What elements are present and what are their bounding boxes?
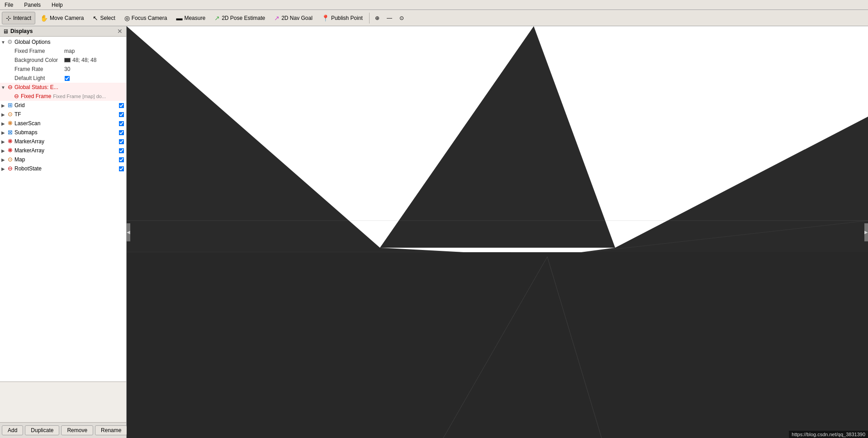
focus-camera-icon: ◎ xyxy=(124,14,130,22)
markerarray2-expand[interactable]: ▶ xyxy=(0,148,6,153)
svg-rect-7 xyxy=(127,252,868,438)
interact-label: Interact xyxy=(13,15,31,21)
tree-view: ▼ ⚙ Global Options Fixed Frame map Backg… xyxy=(0,37,126,381)
left-collapse-handle[interactable]: ◀ xyxy=(127,223,130,241)
grid-icon: ⊞ xyxy=(6,102,14,109)
fixed-frame-row[interactable]: Fixed Frame map xyxy=(0,47,126,56)
right-collapse-handle[interactable]: ▶ xyxy=(864,223,868,241)
submaps-label: Submaps xyxy=(14,129,38,136)
global-status-icon: ⊖ xyxy=(6,84,14,91)
move-camera-icon: ✋ xyxy=(40,14,48,22)
interact-button[interactable]: ⊹ Interact xyxy=(2,12,35,24)
tf-row[interactable]: ▶ ⊙ TF xyxy=(0,110,126,119)
markerarray1-icon: ❋ xyxy=(6,138,14,145)
measure-label: Measure xyxy=(184,15,205,21)
remove-button[interactable]: Remove xyxy=(61,425,93,435)
markerarray1-label: MarkerArray xyxy=(14,138,44,145)
frame-rate-row[interactable]: Frame Rate 30 xyxy=(0,65,126,74)
extra-btn-2[interactable]: — xyxy=(384,12,395,24)
global-status-label: Global Status: E... xyxy=(14,84,58,90)
tf-checkbox[interactable] xyxy=(119,112,124,117)
background-color-row[interactable]: Background Color 48; 48; 48 xyxy=(0,56,126,65)
markerarray1-checkbox[interactable] xyxy=(119,139,124,144)
map-label: Map xyxy=(14,156,25,163)
laserscan-expand[interactable]: ▶ xyxy=(0,121,6,126)
laserscan-icon: ❋ xyxy=(6,120,14,127)
map-expand[interactable]: ▶ xyxy=(0,157,6,162)
rename-button[interactable]: Rename xyxy=(95,425,127,435)
map-checkbox[interactable] xyxy=(119,157,124,162)
select-button[interactable]: ↖ Select xyxy=(89,12,119,24)
nav-goal-button[interactable]: ↗ 2D Nav Goal xyxy=(270,12,317,24)
laserscan-label: LaserScan xyxy=(14,120,40,127)
measure-icon: ▬ xyxy=(176,14,182,22)
markerarray2-row[interactable]: ▶ ❋ MarkerArray xyxy=(0,146,126,155)
global-options-icon: ⚙ xyxy=(6,38,14,46)
extra-btn-3[interactable]: ⊙ xyxy=(396,12,407,24)
robotstate-checkbox[interactable] xyxy=(119,166,124,171)
viewport-svg xyxy=(127,26,868,438)
submaps-icon: ⊠ xyxy=(6,129,14,136)
publish-point-label: Publish Point xyxy=(331,15,363,21)
markerarray2-label: MarkerArray xyxy=(14,147,44,154)
extra-btn-1[interactable]: ⊕ xyxy=(372,12,383,24)
pose-estimate-label: 2D Pose Estimate xyxy=(222,15,265,21)
pose-estimate-button[interactable]: ↗ 2D Pose Estimate xyxy=(210,12,269,24)
pose-estimate-icon: ↗ xyxy=(214,14,220,22)
select-icon: ↖ xyxy=(93,14,98,22)
select-label: Select xyxy=(100,15,115,21)
global-options-expand[interactable]: ▼ xyxy=(0,40,6,45)
left-panel-bottom xyxy=(0,381,126,422)
main-layout: 🖥 Displays ✕ ▼ ⚙ Global Options Fixed Fr… xyxy=(0,26,868,438)
displays-header: 🖥 Displays ✕ xyxy=(0,26,126,37)
frame-rate-value: 30 xyxy=(64,66,70,72)
move-camera-button[interactable]: ✋ Move Camera xyxy=(36,12,88,24)
markerarray2-checkbox[interactable] xyxy=(119,148,124,153)
robotstate-expand[interactable]: ▶ xyxy=(0,166,6,171)
grid-row[interactable]: ▶ ⊞ Grid xyxy=(0,101,126,110)
duplicate-button[interactable]: Duplicate xyxy=(25,425,59,435)
default-light-checkbox[interactable] xyxy=(65,75,70,81)
menu-panels[interactable]: Panels xyxy=(21,1,43,9)
fixed-frame-error-label: Fixed Frame xyxy=(21,93,51,99)
displays-close-button[interactable]: ✕ xyxy=(116,28,123,35)
laserscan-checkbox[interactable] xyxy=(119,121,124,126)
global-options-label: Global Options xyxy=(14,39,50,45)
background-color-label: Background Color xyxy=(14,57,64,63)
fixed-frame-label: Fixed Frame xyxy=(14,48,64,54)
focus-camera-label: Focus Camera xyxy=(132,15,167,21)
markerarray1-expand[interactable]: ▶ xyxy=(0,139,6,144)
fixed-frame-error-icon: ⊖ xyxy=(13,93,20,100)
submaps-expand[interactable]: ▶ xyxy=(0,130,6,135)
bottom-buttons: Add Duplicate Remove Rename xyxy=(0,422,126,438)
left-panel: 🖥 Displays ✕ ▼ ⚙ Global Options Fixed Fr… xyxy=(0,26,127,438)
focus-camera-button[interactable]: ◎ Focus Camera xyxy=(120,12,171,24)
robotstate-row[interactable]: ▶ ⊖ RobotState xyxy=(0,164,126,173)
displays-title: Displays xyxy=(10,28,33,34)
map-icon: ⊙ xyxy=(6,156,14,163)
global-status-expand[interactable]: ▼ xyxy=(0,85,6,90)
add-button[interactable]: Add xyxy=(2,425,23,435)
fixed-frame-error-row[interactable]: ⊖ Fixed Frame Fixed Frame [map] do... xyxy=(0,92,126,101)
tf-icon: ⊙ xyxy=(6,111,14,118)
global-options-row[interactable]: ▼ ⚙ Global Options xyxy=(0,38,126,47)
grid-expand[interactable]: ▶ xyxy=(0,103,6,108)
measure-button[interactable]: ▬ Measure xyxy=(172,12,209,24)
robotstate-icon: ⊖ xyxy=(6,165,14,172)
map-row[interactable]: ▶ ⊙ Map xyxy=(0,155,126,164)
menubar: File Panels Help xyxy=(0,0,868,10)
menu-file[interactable]: File xyxy=(2,1,16,9)
submaps-row[interactable]: ▶ ⊠ Submaps xyxy=(0,128,126,137)
grid-checkbox[interactable] xyxy=(119,103,124,108)
submaps-checkbox[interactable] xyxy=(119,130,124,135)
3d-viewport[interactable]: ◀ ▶ https://blog.csdn.net/ xyxy=(127,26,868,438)
laserscan-row[interactable]: ▶ ❋ LaserScan xyxy=(0,119,126,128)
menu-help[interactable]: Help xyxy=(49,1,66,9)
global-status-row[interactable]: ▼ ⊖ Global Status: E... xyxy=(0,83,126,92)
publish-point-button[interactable]: 📍 Publish Point xyxy=(318,12,367,24)
tf-expand[interactable]: ▶ xyxy=(0,112,6,117)
toolbar-separator xyxy=(369,13,370,24)
default-light-row[interactable]: Default Light xyxy=(0,74,126,83)
frame-rate-label: Frame Rate xyxy=(14,66,64,72)
markerarray1-row[interactable]: ▶ ❋ MarkerArray xyxy=(0,137,126,146)
